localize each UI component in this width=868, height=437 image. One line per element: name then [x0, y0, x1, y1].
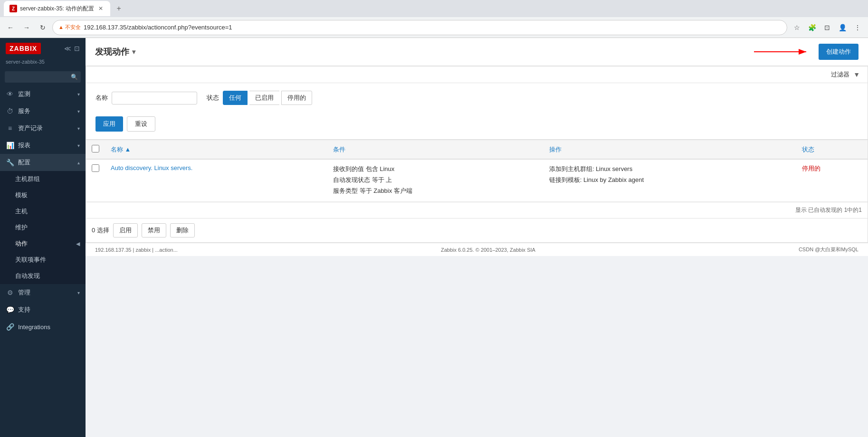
host-label: 主机 [15, 207, 28, 216]
forward-button[interactable]: → [20, 21, 33, 34]
condition-1: 接收到的值 包含 Linux [333, 164, 538, 174]
sidebar-subitem-host[interactable]: 主机 [0, 203, 86, 219]
sidebar-search-wrapper: 🔍 [0, 68, 86, 86]
status-badge[interactable]: 停用的 [802, 165, 820, 172]
operation-1: 添加到主机群组: Linux servers [549, 164, 791, 174]
condition-2: 自动发现状态 等于 上 [333, 175, 538, 185]
monitor-icon: 👁 [6, 90, 14, 98]
address-bar[interactable]: ▲ 不安全 192.168.137.35/zabbix/actionconf.p… [52, 20, 787, 35]
col-header-name[interactable]: 名称 ▲ [105, 140, 327, 159]
active-tab[interactable]: Z server-zabbix-35: 动作的配置 ✕ [4, 1, 110, 16]
url-text: 192.168.137.35/zabbix/actionconf.php?eve… [84, 24, 781, 31]
filter-reset-button[interactable]: 重设 [127, 116, 155, 132]
service-icon: ⏱ [6, 107, 14, 115]
filter-actions: 应用 重设 [86, 113, 868, 139]
content-area: 过滤器 ▼ 名称 状态 任何 已启用 停用的 应用 [86, 66, 868, 243]
tab-bar: Z server-zabbix-35: 动作的配置 ✕ + [0, 0, 868, 17]
table-header-row: 名称 ▲ 条件 操作 状态 [86, 140, 868, 159]
row-checkbox[interactable] [92, 164, 99, 172]
sidebar-label-config: 配置 [18, 158, 74, 167]
toolbar-actions: ☆ 🧩 ⊡ 👤 ⋮ [790, 21, 864, 34]
sidebar-item-manage[interactable]: ⚙ 管理 ▾ [0, 284, 86, 301]
zabbix-logo: ZABBIX [6, 43, 41, 54]
create-action-button[interactable]: 创建动作 [819, 44, 858, 60]
menu-button[interactable]: ⋮ [851, 21, 864, 34]
profile-button[interactable]: 👤 [836, 21, 849, 34]
selection-count: 0 选择 [92, 226, 109, 235]
main-header: 发现动作 ▾ 创建动作 [86, 38, 868, 66]
back-button[interactable]: ← [4, 21, 17, 34]
conditions-cell: 接收到的值 包含 Linux 自动发现状态 等于 上 服务类型 等于 Zabbi… [327, 159, 544, 202]
sidebar-item-asset[interactable]: ≡ 资产记录 ▾ [0, 120, 86, 137]
action-label: 动作 [15, 239, 28, 248]
server-name: server-zabbix-35 [0, 59, 86, 68]
screen-icon[interactable]: ⊡ [74, 45, 80, 52]
filter-toggle-icon[interactable]: ▼ [853, 71, 860, 78]
status-enabled-button[interactable]: 已启用 [249, 91, 279, 105]
sidebar-item-integrations[interactable]: 🔗 Integrations [0, 318, 86, 335]
app-footer: 192.168.137.35 | zabbix | ...action... Z… [86, 243, 868, 256]
footer-text: 显示 已自动发现的 1中的1 [795, 207, 862, 213]
condition-3: 服务类型 等于 Zabbix 客户端 [333, 186, 538, 196]
asset-icon: ≡ [6, 124, 14, 133]
sidebar-label-support: 支持 [18, 305, 80, 314]
sidebar-subitem-correlate[interactable]: 关联项事件 [0, 252, 86, 268]
collapse-icon[interactable]: ≪ [64, 45, 71, 52]
filter-header: 过滤器 ▼ [86, 66, 868, 83]
footer-right: CSDN @大白菜和MySQL [799, 246, 858, 253]
table-row: Auto discovery. Linux servers. 接收到的值 包含 … [86, 159, 868, 202]
filter-body: 名称 状态 任何 已启用 停用的 [86, 83, 868, 113]
integrations-icon: 🔗 [6, 323, 14, 331]
new-tab-button[interactable]: + [112, 2, 125, 15]
red-arrow-svg [754, 47, 811, 57]
bulk-actions-bar: 0 选择 启用 禁用 删除 [86, 218, 868, 242]
sidebar-item-service[interactable]: ⏱ 服务 ▾ [0, 103, 86, 120]
sidebar-header: ZABBIX ≪ ⊡ [0, 38, 86, 59]
page-title-text: 发现动作 [95, 46, 129, 57]
sidebar-search-input[interactable] [5, 71, 81, 83]
sidebar-subitem-autodiscover[interactable]: 自动发现 [0, 268, 86, 284]
bulk-enable-button[interactable]: 启用 [113, 223, 138, 238]
browser-toolbar: ← → ↻ ▲ 不安全 192.168.137.35/zabbix/action… [0, 17, 868, 38]
status-disabled-button[interactable]: 停用的 [281, 91, 312, 105]
extensions-button[interactable]: 🧩 [805, 21, 819, 34]
filter-label: 过滤器 [831, 70, 849, 79]
sidebar-item-report[interactable]: 📊 报表 ▾ [0, 137, 86, 154]
bulk-delete-button[interactable]: 删除 [170, 223, 195, 238]
table-container: 名称 ▲ 条件 操作 状态 [86, 140, 868, 202]
page-title-dropdown-icon[interactable]: ▾ [132, 48, 135, 56]
sidebar-item-support[interactable]: 💬 支持 [0, 301, 86, 318]
sidebar-subitem-maintain[interactable]: 维护 [0, 219, 86, 236]
status-any-button[interactable]: 任何 [223, 91, 248, 105]
select-all-checkbox[interactable] [92, 145, 99, 152]
support-icon: 💬 [6, 305, 14, 314]
header-right: 创建动作 [754, 44, 858, 60]
sidebar-subitem-template[interactable]: 模板 [0, 187, 86, 203]
sidebar-label-manage: 管理 [18, 288, 74, 297]
filter-status-label: 状态 [207, 94, 219, 102]
manage-icon: ⚙ [6, 288, 14, 297]
sidebar-subitem-action[interactable]: 动作 ◀ [0, 236, 86, 252]
bookmark-button[interactable]: ☆ [790, 21, 803, 34]
autodiscover-label: 自动发现 [15, 272, 40, 280]
sidebar-subitem-hostgroup[interactable]: 主机群组 [0, 171, 86, 187]
split-view-button[interactable]: ⊡ [820, 21, 834, 34]
bulk-disable-button[interactable]: 禁用 [142, 223, 166, 238]
asset-arrow-icon: ▾ [77, 126, 80, 131]
sidebar-item-monitor[interactable]: 👁 监测 ▾ [0, 86, 86, 103]
action-name-link[interactable]: Auto discovery. Linux servers. [111, 164, 192, 171]
operations-cell: 添加到主机群组: Linux servers 链接到模板: Linux by Z… [544, 159, 796, 202]
page-title: 发现动作 ▾ [95, 46, 135, 57]
reload-button[interactable]: ↻ [36, 21, 49, 34]
table-footer: 显示 已自动发现的 1中的1 [86, 202, 868, 218]
filter-name-input[interactable] [112, 92, 197, 104]
filter-apply-button[interactable]: 应用 [95, 116, 123, 132]
tab-close-button[interactable]: ✕ [97, 5, 105, 12]
template-label: 模板 [15, 191, 28, 200]
search-icon[interactable]: 🔍 [71, 74, 78, 80]
report-icon: 📊 [6, 141, 14, 150]
sidebar-label-asset: 资产记录 [18, 124, 74, 133]
footer-left: 192.168.137.35 | zabbix | ...action... [95, 247, 178, 253]
monitor-arrow-icon: ▾ [77, 92, 80, 97]
sidebar-item-config[interactable]: 🔧 配置 ▴ [0, 154, 86, 171]
